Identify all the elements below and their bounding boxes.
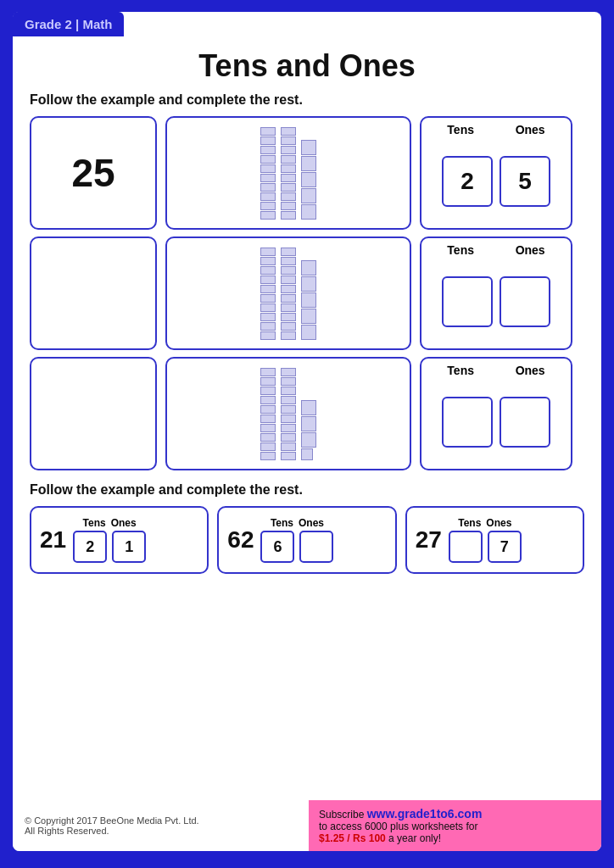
subscribe-text: Subscribe www.grade1to6.com <box>319 807 591 821</box>
site-link: www.grade1to6.com <box>367 807 483 821</box>
footer-left: © Copyright 2017 BeeOne Media Pvt. Ltd. … <box>13 800 309 851</box>
ones-col-1 <box>301 140 316 220</box>
ones-label-1: Ones <box>516 123 545 136</box>
bottom-tens-label-3: Tens <box>458 517 481 529</box>
subject-label: Math <box>82 17 112 31</box>
bottom-card-3: 27 Tens Ones 7 <box>405 506 584 574</box>
number-box-2 <box>30 236 157 350</box>
ones-value-1: 5 <box>500 156 550 207</box>
bottom-to-cells-3: 7 <box>449 531 522 563</box>
bottom-to-2: Tens Ones 6 <box>260 517 333 563</box>
ones-col-2 <box>301 260 316 340</box>
bottom-to-header-2: Tens Ones <box>271 517 324 529</box>
to-header-2: Tens Ones <box>427 243 566 257</box>
bottom-ones-val-3: 7 <box>488 531 522 563</box>
blocks-container-3 <box>260 367 316 460</box>
instruction-1: Follow the example and complete the rest… <box>30 92 584 108</box>
tens-label-2: Tens <box>447 243 474 257</box>
ten-strip-3b <box>281 368 296 460</box>
bottom-ones-val-2 <box>299 531 333 563</box>
header-bar: Grade 2 | Math <box>13 12 601 36</box>
tens-value-1: 2 <box>442 156 493 207</box>
bottom-tens-label-1: Tens <box>83 517 106 529</box>
tens-ones-box-2: Tens Ones <box>420 236 572 350</box>
bottom-number-1: 21 <box>40 526 66 554</box>
bottom-to-3: Tens Ones 7 <box>449 517 522 563</box>
blocks-container-2 <box>260 247 316 340</box>
tens-label-1: Tens <box>447 123 474 136</box>
bottom-number-2: 62 <box>227 526 254 554</box>
bottom-ones-label-2: Ones <box>299 517 324 529</box>
bottom-grid: 21 Tens Ones 2 1 62 Tens <box>30 506 584 574</box>
instruction-2: Follow the example and complete the rest… <box>30 482 584 498</box>
bottom-to-header-3: Tens Ones <box>458 517 511 529</box>
price-text: $1.25 / Rs 100 a year only! <box>319 832 591 844</box>
to-cells-3 <box>442 381 550 464</box>
ones-label-2: Ones <box>516 243 545 257</box>
to-header-3: Tens Ones <box>427 364 566 377</box>
row-2: Tens Ones <box>30 236 584 350</box>
tens-value-3 <box>442 397 493 448</box>
ones-value-2 <box>500 276 550 327</box>
bottom-ones-label-1: Ones <box>111 517 137 529</box>
page-title: Tens and Ones <box>13 48 601 84</box>
bottom-to-cells-2: 6 <box>260 531 333 563</box>
ones-col-3 <box>301 400 316 460</box>
bottom-ones-val-1: 1 <box>112 531 146 563</box>
rights-text: All Rights Reserved. <box>25 826 297 836</box>
footer: © Copyright 2017 BeeOne Media Pvt. Ltd. … <box>13 800 601 851</box>
tens-label-3: Tens <box>447 364 474 377</box>
bottom-to-cells-1: 2 1 <box>73 531 146 563</box>
row-3: Tens Ones <box>30 357 584 470</box>
bottom-to-1: Tens Ones 2 1 <box>73 517 146 563</box>
to-cells-1: 2 5 <box>442 140 550 223</box>
bottom-card-2: 62 Tens Ones 6 <box>217 506 396 574</box>
ten-strip-3a <box>260 368 276 460</box>
bottom-ones-label-3: Ones <box>486 517 511 529</box>
bottom-tens-val-1: 2 <box>73 531 107 563</box>
bottom-card-1: 21 Tens Ones 2 1 <box>30 506 209 574</box>
copyright-text: © Copyright 2017 BeeOne Media Pvt. Ltd. <box>25 815 297 826</box>
ten-strip-2b <box>281 248 296 340</box>
row-1: 25 <box>30 116 584 230</box>
ten-strip-2a <box>260 248 276 340</box>
bottom-tens-label-2: Tens <box>271 517 293 529</box>
blocks-box-3 <box>165 357 411 470</box>
bottom-section: Follow the example and complete the rest… <box>30 482 584 574</box>
bottom-number-3: 27 <box>416 526 442 554</box>
to-header-1: Tens Ones <box>427 123 566 136</box>
tens-value-2 <box>442 276 493 327</box>
bottom-tens-val-2: 6 <box>260 531 294 563</box>
separator: | <box>72 17 83 31</box>
to-cells-2 <box>442 260 550 343</box>
price-suffix: a year only! <box>388 832 441 844</box>
ones-label-3: Ones <box>516 364 545 377</box>
blocks-box-2 <box>165 236 411 350</box>
price-value: $1.25 / Rs 100 <box>319 832 386 844</box>
ones-value-3 <box>500 397 550 448</box>
tens-ones-box-1: Tens Ones 2 5 <box>420 116 572 230</box>
bottom-tens-val-3 <box>449 531 483 563</box>
access-text: to access 6000 plus worksheets for <box>319 821 591 832</box>
worksheet-page: Grade 2 | Math Tens and Ones Follow the … <box>13 12 601 851</box>
grade-label: Grade 2 <box>25 17 72 31</box>
bottom-to-header-1: Tens Ones <box>83 517 137 529</box>
number-box-1: 25 <box>30 116 157 230</box>
footer-right: Subscribe www.grade1to6.com to access 60… <box>309 800 601 851</box>
blocks-box-1 <box>165 116 411 230</box>
blocks-container-1 <box>260 126 316 220</box>
ten-strip-1 <box>260 127 276 220</box>
number-box-3 <box>30 357 157 470</box>
tens-ones-box-3: Tens Ones <box>420 357 572 470</box>
ten-strip-2 <box>281 127 296 220</box>
